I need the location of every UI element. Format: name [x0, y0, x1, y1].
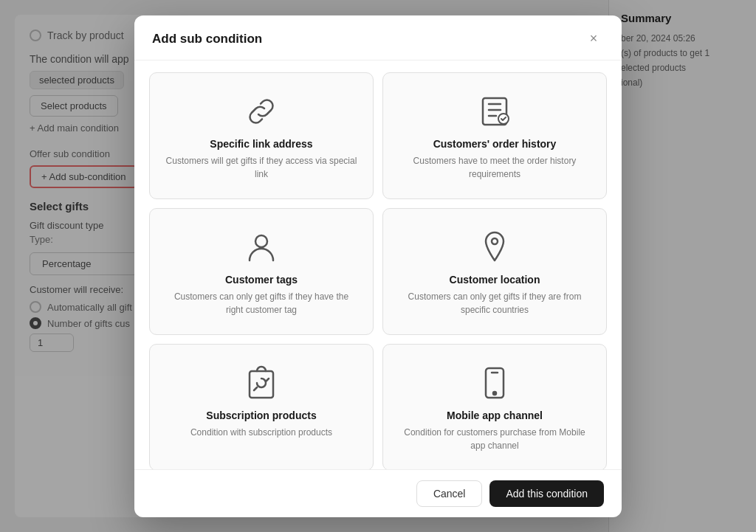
conditions-grid: Specific link address Customers will get…: [149, 72, 607, 469]
modal-header: Add sub condition ×: [134, 15, 622, 61]
condition-desc-order-history: Customers have to meet the order history…: [398, 154, 591, 181]
modal-scroll-area[interactable]: Specific link address Customers will get…: [134, 61, 622, 469]
mobile-icon: [477, 365, 512, 401]
condition-card-order-history[interactable]: Customers' order history Customers have …: [382, 72, 607, 199]
history-icon: [477, 94, 512, 129]
condition-title-order-history: Customers' order history: [433, 138, 557, 150]
condition-card-customer-location[interactable]: Customer location Customers can only get…: [382, 208, 607, 335]
add-sub-condition-modal: Add sub condition × Specific link addres…: [134, 15, 622, 517]
cancel-button[interactable]: Cancel: [416, 480, 483, 507]
condition-card-mobile-app[interactable]: Mobile app channel Condition for custome…: [382, 344, 607, 469]
condition-desc-subscription: Condition with subscription products: [190, 426, 332, 439]
svg-point-3: [492, 238, 498, 244]
svg-rect-4: [250, 371, 273, 398]
condition-title-specific-link: Specific link address: [210, 138, 312, 150]
subscription-icon: [244, 365, 279, 401]
svg-point-6: [493, 392, 496, 395]
condition-card-customer-tags[interactable]: Customer tags Customers can only get gif…: [149, 208, 374, 335]
condition-desc-mobile-app: Condition for customers purchase from Mo…: [398, 426, 591, 452]
condition-title-customer-tags: Customer tags: [225, 274, 298, 286]
link-icon: [244, 94, 279, 129]
condition-title-customer-location: Customer location: [450, 274, 540, 286]
condition-desc-specific-link: Customers will get gifts if they access …: [165, 154, 358, 181]
modal-footer: Cancel Add this condition: [134, 469, 622, 517]
modal-close-button[interactable]: ×: [583, 29, 604, 49]
condition-desc-customer-location: Customers can only get gifts if they are…: [398, 290, 591, 317]
location-icon: [477, 229, 512, 265]
svg-point-2: [255, 235, 267, 247]
condition-desc-customer-tags: Customers can only get gifts if they hav…: [165, 290, 358, 317]
condition-title-subscription: Subscription products: [206, 410, 316, 421]
add-this-condition-button[interactable]: Add this condition: [489, 480, 604, 507]
condition-card-subscription[interactable]: Subscription products Condition with sub…: [149, 344, 374, 469]
condition-card-specific-link[interactable]: Specific link address Customers will get…: [149, 72, 374, 199]
modal-title: Add sub condition: [152, 32, 262, 46]
person-icon: [244, 229, 279, 265]
condition-title-mobile-app: Mobile app channel: [447, 410, 543, 421]
